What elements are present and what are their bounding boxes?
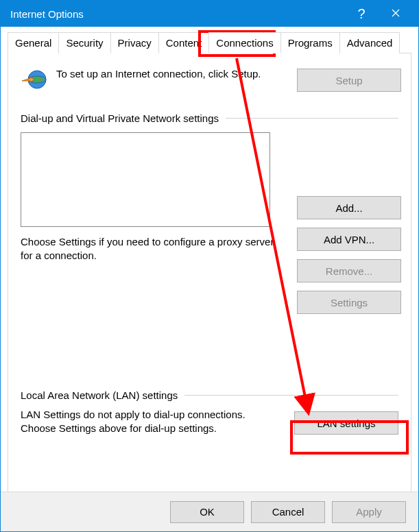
cancel-button[interactable]: Cancel — [251, 501, 325, 523]
dialup-title-label: Dial-up and Virtual Private Network sett… — [21, 112, 219, 124]
side-buttons: Add... Add VPN... Remove... Settings — [297, 196, 401, 314]
connection-settings-button[interactable]: Settings — [297, 291, 401, 314]
lan-title-label: Local Area Network (LAN) settings — [21, 389, 178, 401]
divider — [184, 395, 398, 396]
tab-programs[interactable]: Programs — [280, 32, 340, 53]
lan-settings-button[interactable]: LAN settings — [294, 411, 398, 435]
lan-section-title: Local Area Network (LAN) settings — [21, 389, 398, 401]
setup-button[interactable]: Setup — [297, 69, 401, 92]
close-button[interactable] — [379, 1, 413, 27]
tab-content[interactable]: Content — [158, 32, 210, 53]
help-button[interactable]: ? — [344, 1, 379, 27]
connections-listbox[interactable] — [21, 132, 270, 227]
window-title: Internet Options — [10, 8, 344, 20]
ok-button[interactable]: OK — [170, 501, 244, 523]
add-button[interactable]: Add... — [297, 196, 401, 219]
dialup-desc: Choose Settings if you need to configure… — [21, 235, 274, 263]
dialog-footer: OK Cancel Apply — [1, 492, 418, 531]
help-icon: ? — [357, 6, 365, 22]
tab-security[interactable]: Security — [58, 32, 110, 53]
tabstrip: General Security Privacy Content Connect… — [8, 32, 411, 53]
tab-advanced[interactable]: Advanced — [339, 32, 400, 53]
internet-options-window: Internet Options ? General Security Priv… — [0, 0, 419, 532]
dialup-section-title: Dial-up and Virtual Private Network sett… — [21, 112, 398, 124]
lan-section: Local Area Network (LAN) settings LAN Se… — [21, 389, 398, 436]
close-icon — [392, 8, 400, 20]
tab-privacy[interactable]: Privacy — [110, 32, 159, 53]
remove-button[interactable]: Remove... — [297, 259, 401, 282]
add-vpn-button[interactable]: Add VPN... — [297, 228, 401, 251]
connections-panel: To set up an Internet connection, click … — [8, 53, 411, 505]
lan-desc: LAN Settings do not apply to dial-up con… — [21, 408, 247, 436]
tab-general[interactable]: General — [8, 32, 59, 53]
apply-button[interactable]: Apply — [332, 501, 406, 523]
titlebar: Internet Options ? — [1, 1, 418, 27]
divider — [226, 118, 398, 119]
tab-connections[interactable]: Connections — [208, 32, 280, 53]
globe-icon — [21, 67, 48, 95]
